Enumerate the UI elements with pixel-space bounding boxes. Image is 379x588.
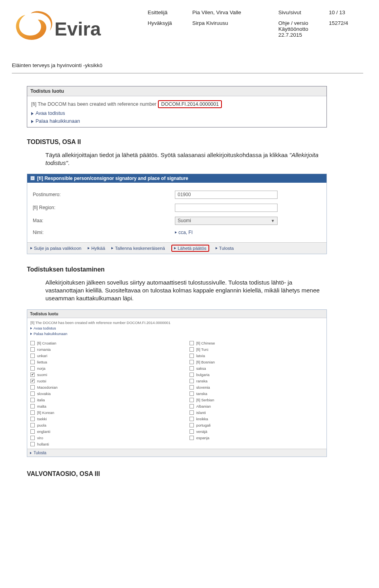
checkbox-icon [190, 436, 194, 440]
reject-action[interactable]: Hylkää [88, 245, 105, 252]
evira-logo: Evira [12, 8, 107, 47]
back-link-small[interactable]: Palaa hakuikkunaan [30, 331, 323, 336]
signature-panel: − [fi] Responsible person/consignor sign… [27, 174, 327, 254]
back-to-search-link[interactable]: Palaa hakuikkunaan [31, 118, 323, 124]
checkbox-icon [190, 423, 194, 427]
language-label: norja [37, 366, 45, 371]
language-label: Macedonian [37, 385, 58, 390]
language-label: puola [37, 423, 46, 427]
meta-label: Hyväksyjä [148, 20, 185, 38]
language-checkbox-row[interactable]: ✔ruotsi [30, 378, 165, 384]
language-label: [fi] Korean [37, 410, 54, 415]
language-label: ranska [196, 379, 208, 383]
save-draft-action[interactable]: Tallenna keskeneräisenä [111, 245, 165, 252]
language-checkbox-row[interactable]: romania [30, 346, 165, 352]
language-checkbox-row[interactable]: [fi] Turc [189, 346, 324, 352]
checkbox-icon [30, 404, 35, 408]
language-checkbox-row[interactable]: liettua [30, 359, 165, 365]
open-cert-link[interactable]: Avaa todistus [31, 110, 323, 116]
language-label: Albanian [196, 404, 211, 408]
language-label: englanti [37, 429, 50, 434]
language-label: saksa [196, 366, 206, 371]
action-label: Lähetä päätös [178, 246, 206, 251]
checkbox-icon [30, 410, 35, 415]
language-checkbox-row[interactable]: Macedonian [30, 384, 165, 390]
checkbox-icon [30, 417, 35, 421]
triangle-icon [31, 120, 34, 123]
language-checkbox-row[interactable]: ✔suomi [30, 371, 165, 378]
svg-text:Evira: Evira [54, 19, 101, 39]
language-checkbox-row[interactable]: tsekki [30, 416, 165, 422]
language-label: viro [37, 436, 43, 440]
language-checkbox-row[interactable]: norja [30, 365, 165, 371]
language-checkbox-row[interactable]: portugali [189, 422, 324, 428]
checkbox-icon [30, 360, 35, 364]
language-label: latvia [196, 354, 205, 358]
checkbox-icon [190, 391, 194, 396]
meta-label: Ohje / versio Käyttöönotto 22.7.2015 [278, 20, 322, 38]
name-value-link[interactable]: cca, FI [175, 230, 278, 235]
language-checkbox-row[interactable]: slovenia [189, 384, 324, 390]
reference-line-small: [fi] The DOCOM has been created with ref… [30, 320, 323, 325]
language-label: [fi] Croatian [37, 341, 56, 345]
checkbox-icon [30, 429, 35, 434]
language-checkbox-row[interactable]: islanti [189, 409, 324, 416]
region-input[interactable] [175, 204, 278, 212]
language-checkbox-row[interactable]: venäjä [189, 428, 324, 434]
language-checkbox-row[interactable]: bulgaria [189, 371, 324, 378]
close-action[interactable]: Sulje ja palaa valikkoon [30, 245, 81, 252]
section-heading-osa2: TODISTUS, OSA II [27, 139, 363, 146]
language-checkbox-row[interactable]: [fi] Croatian [30, 340, 165, 346]
collapse-icon[interactable]: − [30, 176, 35, 180]
language-label: slovakia [37, 391, 51, 396]
language-checkbox-row[interactable]: [fi] Bosnian [189, 359, 324, 365]
language-checkbox-row[interactable]: saksa [189, 365, 324, 371]
language-checkbox-row[interactable]: [fi] Korean [30, 409, 165, 416]
meta-value: Pia Vilen, Virva Valle [192, 9, 271, 15]
language-label: ruotsi [37, 379, 46, 383]
language-checkbox-row[interactable]: latvia [189, 352, 324, 359]
language-checkbox-row[interactable]: tanska [189, 390, 324, 397]
checkbox-icon [30, 423, 35, 427]
country-select[interactable]: Suomi ▼ [175, 217, 278, 225]
language-checkbox-row[interactable]: slovakia [30, 390, 165, 397]
language-checkbox-row[interactable]: [fi] Serbian [189, 397, 324, 403]
language-checkbox-row[interactable]: italia [30, 397, 165, 403]
language-checkbox-row[interactable]: espanja [189, 434, 324, 441]
language-label: [fi] Turc [196, 347, 208, 352]
action-label: Sulje ja palaa valikkoon [34, 246, 81, 251]
checkbox-icon [190, 410, 194, 415]
section-paragraph: Allekirjoituksen jälkeen sovellus siirty… [45, 279, 327, 303]
language-label: [fi] Serbian [196, 398, 214, 402]
language-checkbox-row[interactable]: englanti [30, 428, 165, 434]
language-checkbox-row[interactable]: [fi] Chinese [189, 340, 324, 346]
language-checkbox-row[interactable]: hollanti [30, 441, 165, 447]
signature-header-title: [fi] Responsible person/consignor signat… [37, 176, 188, 181]
print-bottom-bar: Tulosta [27, 449, 326, 457]
language-label: kreikka [196, 417, 208, 421]
checkbox-icon [190, 379, 194, 383]
language-checkbox-row[interactable]: unkari [30, 352, 165, 359]
checkbox-icon [190, 347, 194, 352]
checkbox-icon [190, 373, 194, 377]
language-checkbox-row[interactable]: kreikka [189, 416, 324, 422]
language-checkbox-row[interactable]: malta [30, 403, 165, 409]
language-checkbox-row[interactable]: puola [30, 422, 165, 428]
triangle-icon [30, 452, 32, 454]
language-checkbox-row[interactable]: ranska [189, 378, 324, 384]
label-region: [fi] Region: [33, 205, 167, 210]
send-decision-action-highlight[interactable]: Lähetä päätös [171, 245, 209, 252]
triangle-icon [174, 247, 176, 249]
checkbox-icon [190, 429, 194, 434]
language-label: hollanti [37, 442, 49, 446]
print-link[interactable]: Tulosta [34, 451, 46, 455]
open-cert-link-small[interactable]: Avaa todistus [30, 326, 323, 330]
print-action[interactable]: Tulosta [216, 245, 234, 252]
postal-input[interactable]: 01900 [175, 191, 278, 199]
checkbox-icon [190, 385, 194, 390]
checkbox-icon [190, 417, 194, 421]
reference-number-highlight: DOCOM.FI.2014.0000001 [158, 100, 222, 108]
language-checkbox-row[interactable]: viro [30, 434, 165, 441]
language-label: italia [37, 398, 45, 402]
language-checkbox-row[interactable]: Albanian [189, 403, 324, 409]
